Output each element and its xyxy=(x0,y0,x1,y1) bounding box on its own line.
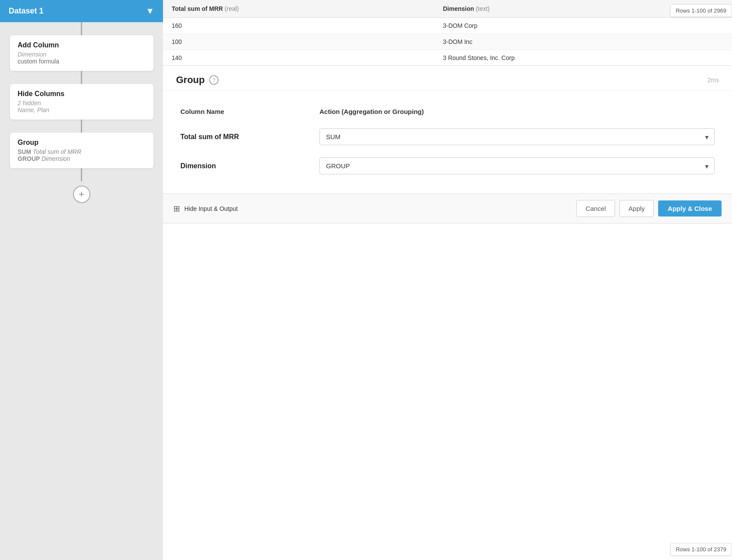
top-rows-badge: Rows 1-100 of 2969 xyxy=(670,4,732,17)
pipeline-connector-4 xyxy=(81,168,82,181)
top-col-type-2: (text) xyxy=(476,5,489,12)
dataset-title: Dataset 1 xyxy=(9,7,43,16)
top-cell-val1: 100 xyxy=(163,34,434,50)
modal-timing: 2ms xyxy=(708,77,719,83)
pipeline-card-group[interactable]: Group SUM Total sum of MRR GROUP Dimensi… xyxy=(10,133,153,168)
card-detail-group-2: GROUP Dimension xyxy=(18,155,146,162)
card-title-hide-columns: Hide Columns xyxy=(18,90,146,98)
footer-right: Cancel Apply Apply & Close xyxy=(576,200,722,217)
group-col-name-1: Dimension xyxy=(180,151,311,180)
card-sub-hide-columns-2: Name, Plan xyxy=(18,107,146,113)
group-row: Dimension SUMAVGCOUNTMINMAXGROUP xyxy=(180,151,715,180)
plus-icon: + xyxy=(79,189,84,200)
group-col-header-name: Column Name xyxy=(180,103,311,122)
top-cell-val2: 3 Round Stones, Inc. Corp xyxy=(434,50,732,66)
modal-header: Group ? 2ms xyxy=(163,66,732,90)
group-config-table: Column Name Action (Aggregation or Group… xyxy=(180,103,715,180)
bottom-rows-badge: Rows 1-100 of 2379 xyxy=(670,543,732,556)
question-mark-icon: ? xyxy=(212,77,215,83)
card-title-add-column: Add Column xyxy=(18,41,146,49)
table-row: 140 3 Round Stones, Inc. Corp xyxy=(163,50,732,66)
table-icon: ⊞ xyxy=(173,204,180,213)
pipeline-card-hide-columns[interactable]: Hide Columns 2 hidden Name, Plan xyxy=(10,84,153,120)
card-detail-group-1: SUM Total sum of MRR xyxy=(18,148,146,155)
group-col-action-0: SUMAVGCOUNTMINMAXGROUP xyxy=(311,122,715,151)
help-icon[interactable]: ? xyxy=(209,75,219,85)
apply-button[interactable]: Apply xyxy=(619,200,654,217)
top-col-name-1: Total sum of MRR xyxy=(172,5,223,12)
modal-title-area: Group ? xyxy=(176,74,219,86)
pipeline-connector-3 xyxy=(81,120,82,133)
group-col-name-0: Total sum of MRR xyxy=(180,122,311,151)
add-step-button[interactable]: + xyxy=(73,186,90,203)
action-select-wrapper-0: SUMAVGCOUNTMINMAXGROUP xyxy=(319,128,715,145)
apply-close-button[interactable]: Apply & Close xyxy=(658,200,722,217)
group-row: Total sum of MRR SUMAVGCOUNTMINMAXGROUP xyxy=(180,122,715,151)
hide-input-output-label[interactable]: Hide Input & Output xyxy=(184,205,238,212)
main-area: Total sum of MRR (real) Dimension (text)… xyxy=(163,0,732,560)
group-col-header-action: Action (Aggregation or Grouping) xyxy=(311,103,715,122)
action-select-0[interactable]: SUMAVGCOUNTMINMAXGROUP xyxy=(319,128,715,145)
action-select-wrapper-1: SUMAVGCOUNTMINMAXGROUP xyxy=(319,157,715,174)
chevron-down-icon: ▼ xyxy=(146,6,154,16)
modal-title: Group xyxy=(176,74,205,86)
add-step-container: + xyxy=(73,186,90,203)
modal-footer: ⊞ Hide Input & Output Cancel Apply Apply… xyxy=(163,193,732,223)
pipeline-connector-1 xyxy=(81,22,82,35)
footer-left: ⊞ Hide Input & Output xyxy=(173,204,571,213)
top-col-name-2: Dimension xyxy=(443,5,474,12)
action-select-1[interactable]: SUMAVGCOUNTMINMAXGROUP xyxy=(319,157,715,174)
table-row: 100 3-DOM Inc xyxy=(163,34,732,50)
top-cell-val1: 140 xyxy=(163,50,434,66)
group-col-action-1: SUMAVGCOUNTMINMAXGROUP xyxy=(311,151,715,180)
top-cell-val2: 3-DOM Inc xyxy=(434,34,732,50)
modal-content: Column Name Action (Aggregation or Group… xyxy=(163,90,732,193)
card-detail-add-column: custom formula xyxy=(18,58,146,65)
top-cell-val2: 3-DOM Corp xyxy=(434,18,732,34)
top-col-header-1: Total sum of MRR (real) xyxy=(163,0,434,18)
top-col-type-1: (real) xyxy=(225,5,239,12)
dataset-header[interactable]: Dataset 1 ▼ xyxy=(0,0,163,22)
table-row: 160 3-DOM Corp xyxy=(163,18,732,34)
pipeline-card-add-column[interactable]: Add Column Dimension custom formula xyxy=(10,35,153,71)
pipeline-connector-2 xyxy=(81,71,82,84)
cancel-button[interactable]: Cancel xyxy=(576,200,615,217)
top-cell-val1: 160 xyxy=(163,18,434,34)
pipeline-panel: Dataset 1 ▼ Add Column Dimension custom … xyxy=(0,0,163,560)
card-sub-add-column: Dimension xyxy=(18,51,146,58)
group-modal: Group ? 2ms Column Name Action (Aggregat… xyxy=(163,65,732,223)
card-title-group: Group xyxy=(18,139,146,147)
card-sub-hide-columns-1: 2 hidden xyxy=(18,100,146,107)
